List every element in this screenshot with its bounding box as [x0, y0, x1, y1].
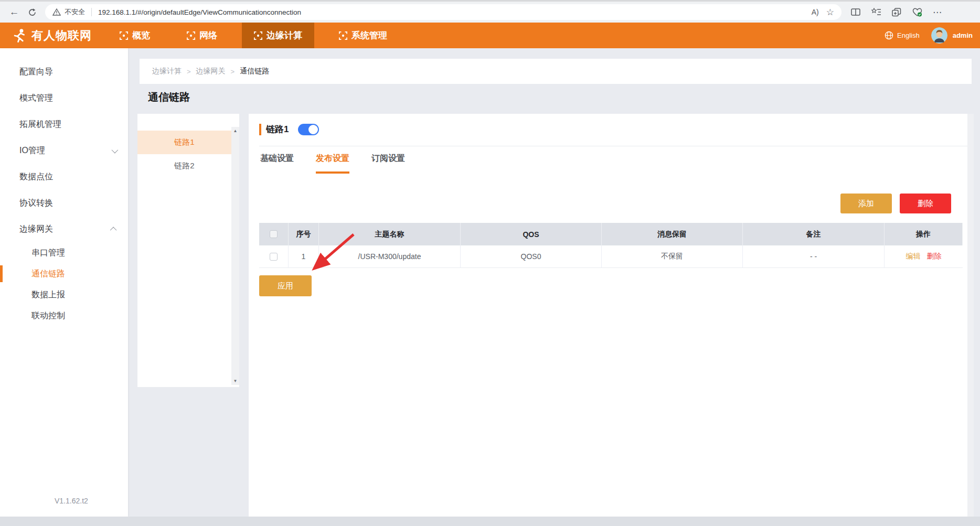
- sidebar-item-data-report[interactable]: 数据上报: [0, 284, 128, 305]
- browser-toolbar: ← 不安全 192.168.1.1/#/origin/defaultEdge/V…: [0, 0, 980, 23]
- breadcrumb-separator: >: [231, 68, 235, 76]
- chevron-up-icon: [110, 227, 117, 233]
- row-index-cell: 1: [289, 245, 319, 268]
- table-header: 消息保留: [602, 223, 743, 245]
- tab-subscribe-settings[interactable]: 订阅设置: [371, 153, 405, 174]
- row-actions-cell: 编辑 删除: [885, 245, 963, 268]
- table-header: 操作: [885, 223, 963, 245]
- tab-basic-settings[interactable]: 基础设置: [260, 153, 294, 174]
- sidebar-item-expansion-management[interactable]: 拓展机管理: [0, 111, 128, 137]
- row-checkbox[interactable]: [270, 253, 278, 261]
- sidebar-item-mode-management[interactable]: 模式管理: [0, 85, 128, 111]
- row-select-cell: [259, 245, 289, 268]
- url-divider: [91, 8, 92, 16]
- language-switcher[interactable]: English: [885, 31, 920, 40]
- main-panel: 链路1 基础设置 发布设置 订阅设置 添加 删除 序号 主题名称 QOS 消息保…: [249, 114, 974, 517]
- link-enable-toggle[interactable]: [298, 124, 319, 135]
- row-remark-cell: - -: [743, 245, 885, 268]
- sidebar-item-protocol-conversion[interactable]: 协议转换: [0, 190, 128, 216]
- main-panel-scrollbar[interactable]: [967, 114, 974, 517]
- delete-link[interactable]: 删除: [927, 252, 942, 261]
- sidebar-item-communication-link[interactable]: 通信链路: [0, 263, 128, 284]
- scan-frame-icon: [120, 31, 128, 40]
- browser-essentials-icon[interactable]: [910, 3, 924, 21]
- scroll-down-icon[interactable]: ▼: [231, 379, 239, 383]
- link-item-label: 链路2: [174, 161, 194, 171]
- table-header: 备注: [743, 223, 885, 245]
- link-item-2[interactable]: 链路2: [137, 154, 231, 178]
- warning-icon: [52, 8, 61, 16]
- sidebar-item-label: 配置向导: [19, 67, 53, 78]
- section-title: 链路1: [266, 123, 289, 135]
- sidebar-item-config-wizard[interactable]: 配置向导: [0, 59, 128, 85]
- globe-icon: [885, 31, 893, 40]
- sidebar-item-label: 协议转换: [19, 198, 53, 209]
- navtab-system-management[interactable]: 系统管理: [327, 23, 399, 48]
- navtab-label: 系统管理: [351, 29, 387, 41]
- navtab-network[interactable]: 网络: [175, 23, 229, 48]
- site-security[interactable]: 不安全: [52, 7, 85, 17]
- breadcrumb-separator: >: [187, 68, 191, 76]
- breadcrumb-item-current: 通信链路: [240, 67, 269, 76]
- browser-refresh-icon[interactable]: [23, 3, 41, 21]
- language-label: English: [897, 31, 920, 39]
- sidebar-item-label: 拓展机管理: [19, 119, 61, 130]
- settings-tabs: 基础设置 发布设置 订阅设置: [260, 153, 405, 174]
- accent-bar: [259, 124, 261, 135]
- delete-button[interactable]: 删除: [900, 194, 951, 213]
- scan-frame-icon: [339, 31, 347, 40]
- breadcrumb-item[interactable]: 边缘计算: [152, 67, 182, 76]
- sidebar: 配置向导 模式管理 拓展机管理 IO管理 数据点位 协议转换 边缘网关 串口管理…: [0, 48, 128, 517]
- scan-frame-icon: [254, 31, 262, 40]
- security-label: 不安全: [65, 7, 85, 17]
- row-qos-cell: QOS0: [461, 245, 602, 268]
- sidebar-item-label: IO管理: [19, 145, 45, 156]
- sidebar-item-label: 数据点位: [19, 171, 53, 183]
- sidebar-item-data-points[interactable]: 数据点位: [0, 164, 128, 190]
- navtab-edge-computing[interactable]: 边缘计算: [242, 23, 314, 48]
- navtab-label: 边缘计算: [267, 29, 302, 41]
- navtab-overview[interactable]: 概览: [108, 23, 162, 48]
- sidebar-item-label: 数据上报: [31, 289, 65, 300]
- table-header: QOS: [461, 223, 602, 245]
- table-header-select: [259, 223, 289, 245]
- avatar[interactable]: [931, 27, 947, 44]
- sidebar-item-label: 通信链路: [31, 269, 65, 280]
- collections-icon[interactable]: [890, 3, 903, 21]
- read-aloud-icon[interactable]: A): [812, 8, 819, 16]
- address-bar[interactable]: 不安全 192.168.1.1/#/origin/defaultEdge/Vie…: [45, 4, 841, 20]
- breadcrumb-item[interactable]: 边缘网关: [196, 67, 226, 76]
- scroll-up-icon[interactable]: ▲: [231, 128, 239, 133]
- sidebar-item-label: 模式管理: [19, 93, 53, 104]
- browser-menu-icon[interactable]: ⋯: [931, 3, 944, 21]
- link-list-scrollbar[interactable]: ▲ ▼: [231, 127, 239, 385]
- sidebar-item-linkage-control[interactable]: 联动控制: [0, 305, 128, 326]
- table-header: 主题名称: [319, 223, 461, 245]
- section-divider: [259, 146, 967, 146]
- favorite-star-icon[interactable]: ☆: [826, 7, 834, 18]
- split-screen-icon[interactable]: [849, 3, 862, 21]
- favorites-bar-icon[interactable]: [869, 3, 883, 21]
- edit-link[interactable]: 编辑: [906, 252, 921, 261]
- tab-publish-settings[interactable]: 发布设置: [316, 153, 349, 174]
- username[interactable]: admin: [953, 31, 973, 39]
- sidebar-item-io-management[interactable]: IO管理: [0, 137, 128, 164]
- add-button[interactable]: 添加: [840, 194, 892, 213]
- row-retain-cell: 不保留: [602, 245, 743, 268]
- select-all-checkbox[interactable]: [270, 230, 278, 238]
- link-list-panel: 链路1 链路2 ▲ ▼: [137, 114, 239, 387]
- sidebar-item-serial-management[interactable]: 串口管理: [0, 242, 128, 263]
- url-text[interactable]: 192.168.1.1/#/origin/defaultEdge/ViewCom…: [98, 8, 812, 16]
- navtab-label: 概览: [132, 29, 150, 41]
- apply-button[interactable]: 应用: [259, 275, 312, 296]
- brand[interactable]: 有人物联网: [13, 28, 92, 44]
- chevron-down-icon: [112, 146, 119, 153]
- link-item-1[interactable]: 链路1: [137, 131, 231, 154]
- breadcrumb: 边缘计算 > 边缘网关 > 通信链路: [140, 59, 972, 84]
- browser-back-icon[interactable]: ←: [5, 3, 23, 21]
- table-header: 序号: [289, 223, 319, 245]
- top-navbar: 有人物联网 概览 网络 边缘计算 系统管理 English admin: [0, 23, 980, 48]
- sidebar-item-edge-gateway[interactable]: 边缘网关: [0, 216, 128, 242]
- firmware-version: V1.1.62.t2: [55, 497, 88, 505]
- link-item-label: 链路1: [174, 137, 194, 147]
